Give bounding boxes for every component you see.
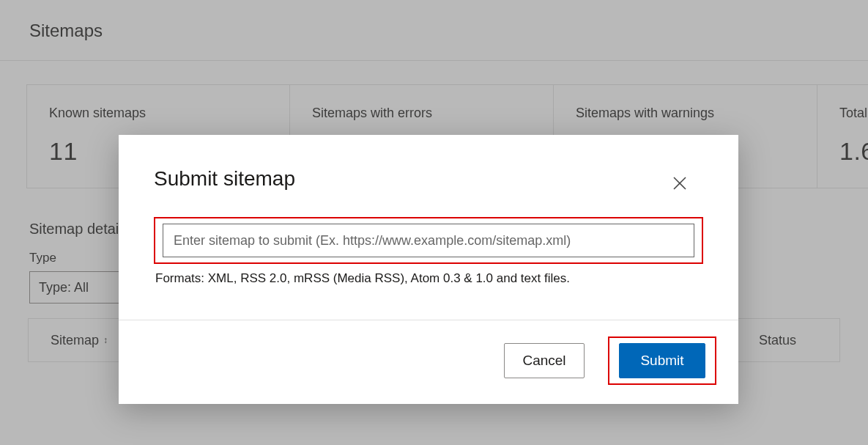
submit-sitemap-dialog: Submit sitemap Formats: XML, RSS 2.0, mR… — [119, 135, 738, 404]
close-icon — [671, 174, 689, 192]
dialog-body: Formats: XML, RSS 2.0, mRSS (Media RSS),… — [119, 195, 738, 305]
sitemap-url-highlight — [154, 217, 703, 264]
dialog-title: Submit sitemap — [154, 167, 295, 191]
dialog-header: Submit sitemap — [119, 135, 738, 195]
submit-button-highlight: Submit — [608, 336, 716, 385]
sitemap-url-input[interactable] — [163, 224, 694, 257]
cancel-button[interactable]: Cancel — [504, 343, 585, 378]
format-hint: Formats: XML, RSS 2.0, mRSS (Media RSS),… — [154, 267, 703, 286]
dialog-footer: Cancel Submit — [119, 320, 738, 404]
submit-button[interactable]: Submit — [619, 343, 705, 378]
close-button[interactable] — [668, 172, 691, 195]
